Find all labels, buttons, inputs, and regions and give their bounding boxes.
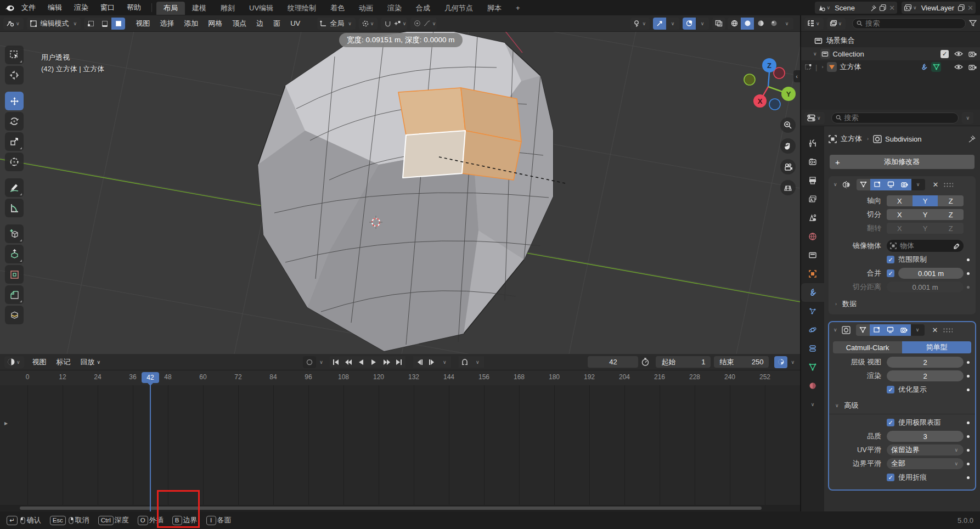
- visibility-dropdown[interactable]: ∨: [630, 18, 650, 30]
- tool-bevel[interactable]: [5, 285, 24, 304]
- show-in-render-toggle[interactable]: [898, 179, 911, 190]
- viewport-menu-顶点[interactable]: 顶点: [227, 15, 251, 32]
- snap-toggle[interactable]: [381, 18, 394, 30]
- merge-value-field[interactable]: 0.001 m: [898, 268, 964, 279]
- collapse-arrow-icon[interactable]: ∨: [832, 327, 838, 333]
- delete-modifier-button[interactable]: ✕: [933, 181, 939, 189]
- show-in-edit-mode-toggle[interactable]: [870, 324, 883, 336]
- merge-checkbox[interactable]: ✓: [887, 269, 894, 277]
- viewport-menu-视图[interactable]: 视图: [131, 15, 155, 32]
- properties-tab-constraints[interactable]: [801, 339, 824, 358]
- timeline-ruler[interactable]: 0122436486072849610812013214415616818019…: [0, 370, 800, 385]
- properties-tab-scene[interactable]: [801, 209, 824, 227]
- jump-next-keyframe-button[interactable]: [380, 356, 393, 368]
- mesh-data-icon[interactable]: [933, 64, 940, 70]
- workspace-tab-脚本[interactable]: 脚本: [480, 2, 509, 15]
- properties-search-input[interactable]: 搜索: [831, 112, 959, 123]
- properties-options-dropdown[interactable]: ∨: [962, 112, 973, 124]
- mirror-轴向-Z-button[interactable]: Z: [938, 195, 964, 206]
- frame-end-field[interactable]: 结束 250: [714, 356, 769, 368]
- mirror-轴向-Y-button[interactable]: Y: [913, 195, 938, 206]
- mirror-object-field[interactable]: 物体: [887, 240, 964, 252]
- show-on-cage-toggle[interactable]: [857, 179, 870, 190]
- viewport-menu-网格[interactable]: 网格: [203, 15, 227, 32]
- viewlayer-name[interactable]: ViewLayer: [918, 4, 958, 12]
- jump-prev-keyframe-button[interactable]: [342, 356, 355, 368]
- mirror-翻转-Y-button[interactable]: Y: [913, 223, 938, 234]
- quality-field[interactable]: 3: [887, 431, 964, 442]
- subdivision-type-简单型[interactable]: 简单型: [902, 341, 971, 353]
- scene-name[interactable]: Scene: [831, 4, 870, 12]
- keying-dropdown[interactable]: ∨: [471, 356, 484, 368]
- show-in-edit-mode-toggle[interactable]: [870, 179, 884, 190]
- tool-add-cube[interactable]: [5, 224, 24, 243]
- mirror-切分-Y-button[interactable]: Y: [913, 209, 938, 220]
- outliner-search-input[interactable]: 搜索: [852, 18, 966, 29]
- new-scene-icon[interactable]: [879, 4, 887, 12]
- mirror-轴向-X-button[interactable]: X: [887, 195, 913, 206]
- eyedropper-icon[interactable]: [953, 243, 960, 250]
- shading-dropdown[interactable]: ∨: [780, 18, 793, 30]
- show-in-render-toggle[interactable]: [897, 324, 911, 336]
- scene-selector[interactable]: ∨ Scene ✕: [815, 2, 898, 14]
- animate-dot[interactable]: [967, 435, 970, 438]
- xray-toggle[interactable]: [712, 18, 725, 30]
- play-reverse-button[interactable]: [355, 356, 368, 368]
- animate-dot[interactable]: [967, 389, 970, 391]
- render-field[interactable]: 2: [887, 370, 964, 381]
- animate-dot[interactable]: [967, 449, 970, 452]
- camera-view-button[interactable]: [780, 159, 796, 175]
- animate-dot[interactable]: [967, 272, 970, 275]
- mirror-翻转-Z-button[interactable]: Z: [938, 223, 964, 234]
- jump-to-end-button[interactable]: [393, 356, 405, 368]
- tool-annotate[interactable]: [5, 178, 24, 197]
- mirror-data-subpanel[interactable]: › 数据: [829, 298, 976, 310]
- play-button[interactable]: [368, 356, 380, 368]
- hide-eye-icon[interactable]: [954, 50, 963, 57]
- outliner-display-mode-button[interactable]: ∨: [827, 18, 846, 30]
- channel-expand-arrow[interactable]: ▸: [4, 419, 8, 427]
- auto-keying-toggle[interactable]: [303, 356, 316, 368]
- modifier-extras-dropdown[interactable]: ∨: [911, 324, 925, 336]
- use-creases-checkbox[interactable]: ✓: [887, 474, 894, 481]
- proportional-falloff-dropdown[interactable]: ∨: [424, 18, 437, 30]
- viewport-menu-边[interactable]: 边: [251, 15, 268, 32]
- tool-cursor[interactable]: [5, 66, 24, 85]
- levels-field[interactable]: 2: [887, 357, 964, 368]
- animate-dot[interactable]: [967, 476, 970, 479]
- uv-smooth-dropdown[interactable]: 保留边界∨: [887, 444, 964, 455]
- topbar-menu-帮助[interactable]: 帮助: [121, 0, 147, 15]
- drag-handle[interactable]: [943, 328, 953, 333]
- collapse-arrow-icon[interactable]: ∨: [812, 51, 818, 57]
- animate-dot[interactable]: [967, 361, 970, 364]
- overlays-toggle[interactable]: [683, 18, 696, 30]
- prev-frame-button[interactable]: [413, 356, 426, 368]
- scrollbar-thumb[interactable]: [20, 507, 762, 510]
- add-modifier-button[interactable]: + 添加修改器: [830, 155, 975, 169]
- viewlayer-selector[interactable]: ∨ ViewLayer ✕: [902, 2, 976, 14]
- viewport-canvas[interactable]: [0, 15, 800, 354]
- properties-tab-world[interactable]: [801, 227, 824, 246]
- tool-inset-faces[interactable]: [5, 265, 24, 284]
- optimal-display-checkbox[interactable]: ✓: [887, 386, 894, 393]
- workspace-tab-着色[interactable]: 着色: [323, 2, 352, 15]
- clipping-checkbox[interactable]: ✓: [887, 256, 894, 263]
- disable-render-camera-icon[interactable]: [968, 50, 977, 57]
- animate-dot[interactable]: [967, 463, 970, 465]
- workspace-tab-雕刻[interactable]: 雕刻: [213, 2, 242, 15]
- properties-tabs-overflow[interactable]: ∨: [801, 395, 824, 414]
- pin-icon[interactable]: [968, 135, 976, 143]
- tool-loop-cut[interactable]: [5, 306, 24, 324]
- current-frame-field[interactable]: 42: [588, 356, 638, 368]
- overlays-dropdown[interactable]: ∨: [696, 18, 709, 30]
- properties-editor-type-button[interactable]: ∨: [804, 112, 825, 124]
- properties-tab-material[interactable]: [801, 376, 824, 395]
- timeline-tracks[interactable]: ▸: [0, 385, 800, 505]
- timeline-menu-视图[interactable]: 视图: [27, 354, 52, 370]
- workspace-tab-建模[interactable]: 建模: [185, 2, 213, 15]
- collapse-arrow-icon[interactable]: ∨: [832, 182, 838, 187]
- mirror-modifier-panel[interactable]: ∨ ∨ ✕ 轴向XYZ切分XYZ: [829, 176, 976, 314]
- show-in-viewport-toggle[interactable]: [884, 179, 898, 190]
- viewport-menu-UV[interactable]: UV: [285, 15, 305, 32]
- breadcrumb-object[interactable]: 立方体: [841, 134, 862, 144]
